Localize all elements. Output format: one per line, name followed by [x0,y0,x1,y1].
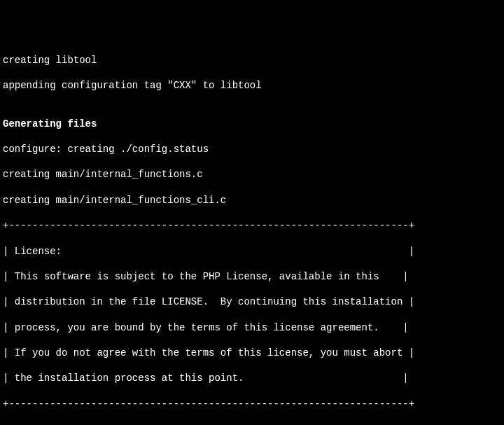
license-box-line: | If you do not agree with the terms of … [3,347,501,359]
terminal-line: creating libtool [3,54,501,67]
terminal-line: appending configuration tag "CXX" to lib… [3,79,501,92]
license-box-line: | distribution in the file LICENSE. By c… [3,295,501,308]
terminal-line: creating main/internal_functions_cli.c [3,194,501,207]
license-box-border: +---------------------------------------… [3,219,501,232]
terminal-line: configure: creating ./config.status [3,143,501,155]
license-box-line: | License: | [3,245,501,258]
license-box-border: +---------------------------------------… [3,398,501,410]
license-box-line: | the installation process at this point… [3,372,501,384]
terminal-heading: Generating files [3,118,501,130]
license-box-line: | process, you are bound by the terms of… [3,321,501,334]
license-box-line: | This software is subject to the PHP Li… [3,270,501,283]
terminal-line: creating main/internal_functions.c [3,168,501,181]
